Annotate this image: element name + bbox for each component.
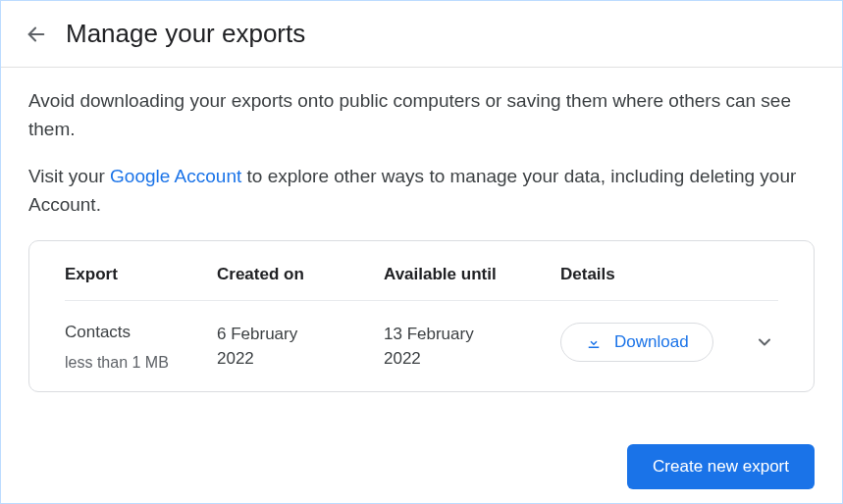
cell-details: Download [560, 323, 778, 362]
export-size: less than 1 MB [65, 352, 173, 374]
arrow-left-icon [26, 24, 47, 45]
th-available: Available until [384, 265, 560, 284]
created-date: 6 February 2022 [217, 323, 335, 371]
create-new-export-button[interactable]: Create new export [627, 444, 815, 489]
warning-text: Avoid downloading your exports onto publ… [28, 87, 815, 143]
download-label: Download [614, 332, 689, 352]
cell-created: 6 February 2022 [217, 323, 384, 371]
table-header-row: Export Created on Available until Detail… [65, 265, 778, 301]
chevron-down-icon [755, 332, 774, 352]
page-title: Manage your exports [66, 19, 305, 49]
main-content: Avoid downloading your exports onto publ… [1, 68, 842, 392]
export-name: Contacts [65, 323, 217, 342]
page-header: Manage your exports [1, 1, 842, 68]
th-created: Created on [217, 265, 384, 284]
download-icon [585, 333, 603, 351]
download-button[interactable]: Download [560, 323, 713, 362]
cell-available: 13 February 2022 [384, 323, 560, 371]
cell-export: Contacts less than 1 MB [65, 323, 217, 374]
visit-text: Visit your Google Account to explore oth… [28, 163, 815, 219]
th-export: Export [65, 265, 217, 284]
table-row: Contacts less than 1 MB 6 February 2022 … [65, 301, 778, 374]
exports-table: Export Created on Available until Detail… [28, 240, 815, 392]
expand-row-button[interactable] [751, 328, 778, 356]
visit-pre: Visit your [28, 166, 110, 186]
th-details: Details [560, 265, 778, 284]
footer-actions: Create new export [627, 444, 815, 489]
google-account-link[interactable]: Google Account [110, 166, 241, 186]
back-button[interactable] [25, 23, 48, 46]
available-date: 13 February 2022 [384, 323, 501, 371]
